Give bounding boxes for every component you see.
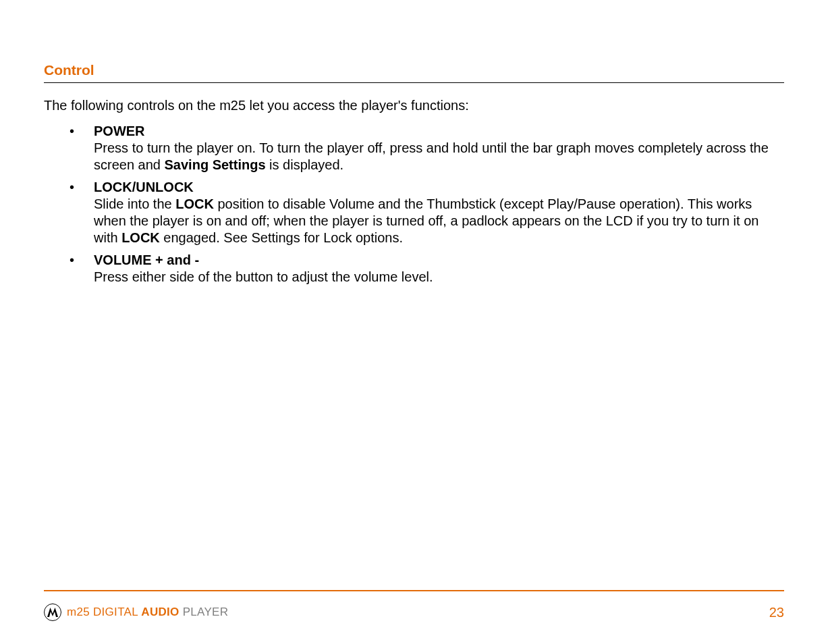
footer-divider — [44, 590, 784, 591]
control-title-power: POWER — [94, 124, 145, 138]
list-item: VOLUME + and - Press either side of the … — [70, 252, 784, 286]
control-body: Slide into the LOCK position to disable … — [94, 196, 784, 246]
control-title-volume: VOLUME + and - — [94, 252, 199, 267]
section-heading: Control — [44, 62, 784, 83]
list-item: POWER Press to turn the player on. To tu… — [70, 123, 784, 173]
page-footer: m25 DIGITAL AUDIO PLAYER 23 — [44, 603, 784, 621]
body-text: is displayed. — [266, 157, 344, 172]
page: Control The following controls on the m2… — [0, 0, 828, 644]
control-body: Press to turn the player on. To turn the… — [94, 140, 784, 173]
bold-text: Saving Settings — [165, 157, 266, 172]
footer-audio: AUDIO — [141, 606, 179, 618]
bold-text: LOCK — [175, 196, 214, 211]
control-body: Press either side of the button to adjus… — [94, 269, 784, 286]
footer-player: PLAYER — [180, 606, 229, 618]
list-item: LOCK/UNLOCK Slide into the LOCK position… — [70, 179, 784, 246]
body-text: engaged. See Settings for Lock options. — [160, 230, 403, 245]
intro-text: The following controls on the m25 let yo… — [44, 98, 784, 113]
motorola-logo-icon — [44, 603, 61, 621]
body-text: Slide into the — [94, 196, 175, 211]
page-number: 23 — [769, 605, 784, 620]
footer-prefix: m25 DIGITAL — [67, 606, 141, 618]
body-text: Press either side of the button to adjus… — [94, 269, 433, 284]
footer-left: m25 DIGITAL AUDIO PLAYER — [44, 603, 228, 621]
motorola-m-icon — [47, 608, 59, 617]
footer-product-label: m25 DIGITAL AUDIO PLAYER — [67, 606, 228, 619]
control-title-lock: LOCK/UNLOCK — [94, 180, 194, 194]
bold-text: LOCK — [121, 230, 160, 245]
controls-list: POWER Press to turn the player on. To tu… — [70, 123, 784, 286]
